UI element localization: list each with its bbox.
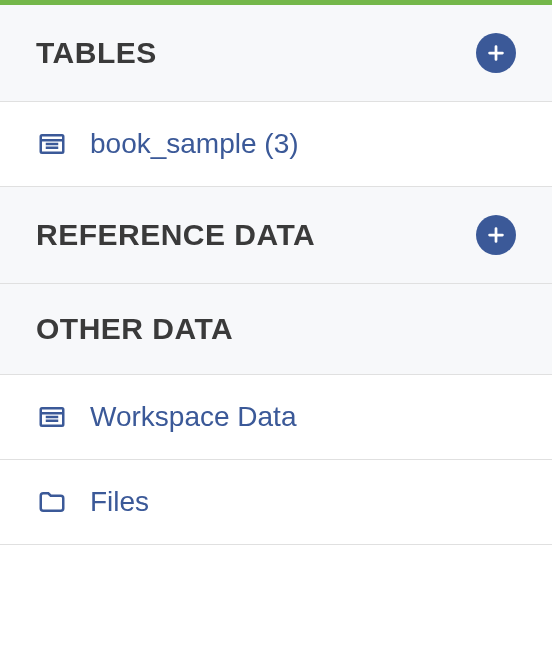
table-item-book-sample[interactable]: book_sample (3): [0, 102, 552, 187]
reference-data-section-title: REFERENCE DATA: [36, 218, 315, 252]
add-reference-data-button[interactable]: [476, 215, 516, 255]
table-icon: [36, 401, 68, 433]
files-item[interactable]: Files: [0, 460, 552, 545]
workspace-data-item[interactable]: Workspace Data: [0, 375, 552, 460]
table-icon: [36, 128, 68, 160]
tables-section-title: TABLES: [36, 36, 157, 70]
other-data-section-title: OTHER DATA: [36, 312, 233, 346]
plus-circle-icon: [485, 224, 507, 246]
add-table-button[interactable]: [476, 33, 516, 73]
files-label: Files: [90, 486, 149, 518]
other-data-section-header: OTHER DATA: [0, 284, 552, 375]
plus-circle-icon: [485, 42, 507, 64]
tables-section-header: TABLES: [0, 5, 552, 102]
workspace-data-label: Workspace Data: [90, 401, 296, 433]
folder-icon: [36, 486, 68, 518]
reference-data-section-header: REFERENCE DATA: [0, 187, 552, 284]
table-item-label: book_sample (3): [90, 128, 299, 160]
